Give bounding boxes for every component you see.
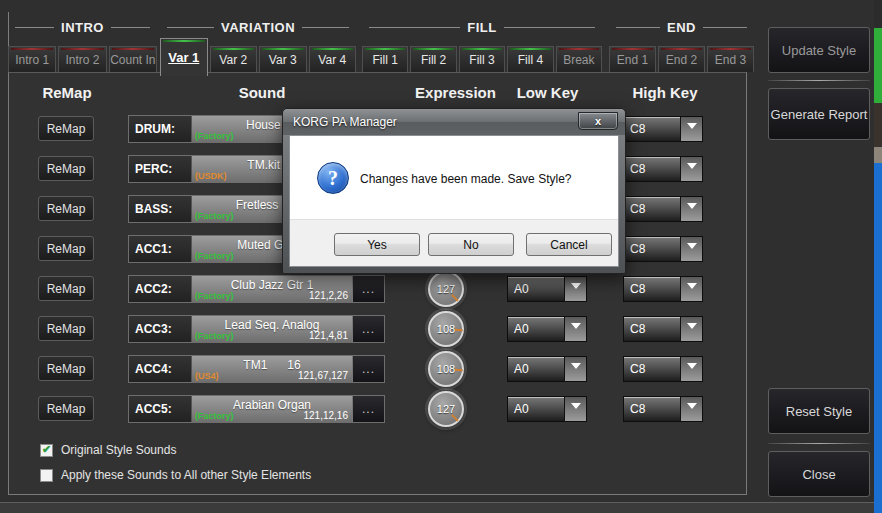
high-key-value: C8 (624, 397, 680, 421)
low-key-dropdown[interactable]: A0 (507, 316, 587, 342)
chevron-down-icon[interactable] (564, 317, 586, 341)
tab-fill-2[interactable]: Fill 2 (410, 46, 456, 72)
track-label: ACC4: (129, 356, 191, 382)
yes-button[interactable]: Yes (334, 233, 420, 256)
dialog-close-icon[interactable]: x (578, 112, 618, 130)
expression-knob[interactable]: 127 (428, 271, 464, 307)
chevron-down-icon[interactable] (680, 157, 702, 181)
high-key-dropdown[interactable]: C8 (623, 316, 703, 342)
sound-browse-button[interactable]: ... (352, 356, 384, 382)
high-key-dropdown[interactable]: C8 (623, 196, 703, 222)
tab-label: End 1 (617, 53, 648, 67)
high-key-dropdown[interactable]: C8 (623, 356, 703, 382)
low-key-dropdown[interactable]: A0 (507, 396, 587, 422)
dialog-title[interactable]: KORG PA Manager (283, 109, 625, 135)
tab-end-3[interactable]: End 3 (707, 46, 754, 72)
tab-var-2[interactable]: Var 2 (210, 46, 258, 72)
high-key-dropdown[interactable]: C8 (623, 156, 703, 182)
high-key-value: C8 (624, 197, 680, 221)
remap-button[interactable]: ReMap (38, 156, 94, 181)
remap-button[interactable]: ReMap (38, 116, 94, 141)
expression-knob[interactable]: 108 (428, 311, 464, 347)
tab-fill-4[interactable]: Fill 4 (507, 46, 553, 72)
sound-browse-button[interactable]: ... (352, 276, 384, 302)
background-gray-segment (874, 147, 882, 163)
expression-knob[interactable]: 108 (428, 351, 464, 387)
cancel-button[interactable]: Cancel (526, 233, 612, 256)
remap-button[interactable]: ReMap (38, 236, 94, 261)
tab-count-in[interactable]: Count In (109, 46, 157, 72)
tab-end-1[interactable]: End 1 (609, 46, 656, 72)
tab-fill-3[interactable]: Fill 3 (459, 46, 505, 72)
remap-button[interactable]: ReMap (38, 276, 94, 301)
track-row: ACC3: Lead Seq. Analog (Factory) 121,4,8… (128, 315, 385, 343)
tab-intro-2[interactable]: Intro 2 (58, 46, 106, 72)
tab-var-3[interactable]: Var 3 (259, 46, 307, 72)
chevron-down-icon[interactable] (680, 237, 702, 261)
track-label: PERC: (129, 156, 191, 182)
tab-label: Fill 1 (373, 53, 398, 67)
high-key-dropdown[interactable]: C8 (623, 236, 703, 262)
high-key-value: C8 (624, 117, 680, 141)
high-key-dropdown[interactable]: C8 (623, 116, 703, 142)
low-key-value: A0 (508, 397, 564, 421)
remap-button[interactable]: ReMap (38, 196, 94, 221)
tab-label: End 2 (666, 53, 697, 67)
chevron-down-icon[interactable] (564, 397, 586, 421)
side-divider (768, 443, 870, 444)
column-header-low-key: Low Key (505, 84, 590, 101)
sound-browse-button[interactable]: ... (352, 396, 384, 422)
tab-var-4[interactable]: Var 4 (309, 46, 357, 72)
group-label-variation: VARIATION (160, 20, 356, 34)
reset-style-button[interactable]: Reset Style (768, 388, 870, 434)
original-style-sounds-checkbox-row[interactable]: Original Style Sounds (40, 443, 176, 457)
remap-button[interactable]: ReMap (38, 396, 94, 421)
track-label: ACC1: (129, 236, 191, 262)
chevron-down-icon[interactable] (680, 197, 702, 221)
chevron-down-icon[interactable] (564, 277, 586, 301)
chevron-down-icon[interactable] (680, 277, 702, 301)
sound-field[interactable]: Arabian Organ (Factory) 121,12,16 (191, 396, 352, 422)
checkbox-icon[interactable] (40, 469, 53, 482)
sound-field[interactable]: Lead Seq. Analog (Factory) 121,4,81 (191, 316, 352, 342)
tab-fill-1[interactable]: Fill 1 (362, 46, 408, 72)
no-button[interactable]: No (428, 233, 514, 256)
track-label: ACC5: (129, 396, 191, 422)
tab-intro-1[interactable]: Intro 1 (8, 46, 56, 72)
generate-report-button[interactable]: Generate Report (768, 88, 870, 140)
sound-bank: (Factory) (195, 251, 234, 261)
chevron-down-icon[interactable] (680, 117, 702, 141)
high-key-value: C8 (624, 157, 680, 181)
tab-group-intro: INTRO Intro 1 Intro 2 Count In (8, 20, 157, 72)
sound-field[interactable]: TM1 16 (US4) 121,67,127 (191, 356, 352, 382)
tab-end-2[interactable]: End 2 (658, 46, 705, 72)
remap-button[interactable]: ReMap (38, 356, 94, 381)
expression-value: 127 (437, 403, 455, 415)
low-key-dropdown[interactable]: A0 (507, 276, 587, 302)
close-button[interactable]: Close (768, 451, 870, 497)
checkbox-icon[interactable] (40, 444, 53, 457)
sound-browse-button[interactable]: ... (352, 316, 384, 342)
update-style-button[interactable]: Update Style (768, 27, 870, 73)
checkbox-label: Apply these Sounds to All other Style El… (61, 468, 311, 482)
dialog-button-area: Yes No Cancel (290, 219, 618, 266)
chevron-down-icon[interactable] (680, 397, 702, 421)
dialog-message: Changes have been made. Save Style? (360, 172, 571, 186)
sound-field[interactable]: Club Jazz Gtr 1 (Factory) 121,2,26 (191, 276, 352, 302)
apply-sounds-all-elements-checkbox-row[interactable]: Apply these Sounds to All other Style El… (40, 468, 311, 482)
chevron-down-icon[interactable] (564, 357, 586, 381)
expression-value: 108 (437, 363, 455, 375)
tab-var-1[interactable]: Var 1 (160, 38, 208, 76)
high-key-dropdown[interactable]: C8 (623, 396, 703, 422)
tab-break[interactable]: Break (556, 46, 602, 72)
column-header-sound: Sound (182, 84, 342, 101)
chevron-down-icon[interactable] (680, 357, 702, 381)
low-key-dropdown[interactable]: A0 (507, 356, 587, 382)
chevron-down-icon[interactable] (680, 317, 702, 341)
expression-knob[interactable]: 127 (428, 391, 464, 427)
tab-label: Fill 3 (469, 53, 494, 67)
high-key-dropdown[interactable]: C8 (623, 276, 703, 302)
low-key-value: A0 (508, 317, 564, 341)
column-header-high-key: High Key (620, 84, 710, 101)
remap-button[interactable]: ReMap (38, 316, 94, 341)
